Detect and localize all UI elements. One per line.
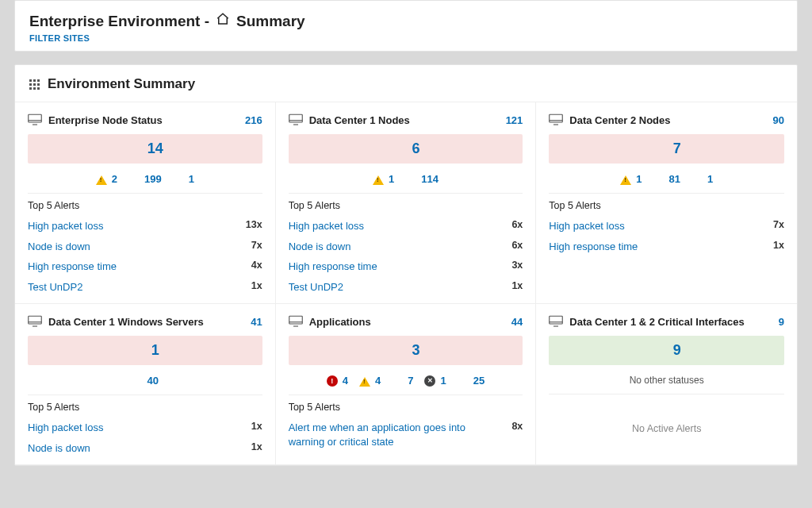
oct-icon [653,142,667,156]
alert-name[interactable]: Node is down [28,240,90,254]
alert-name[interactable]: High response time [28,260,117,274]
status-count: 199 [144,173,162,185]
alerts-title: Top 5 Alerts [549,200,784,211]
alert-name[interactable]: High response time [549,240,638,254]
alert-count: 6x [511,240,523,251]
status-row: 40 [28,371,262,395]
status-pair[interactable]: 7 [392,375,413,387]
page-header: Enterprise Environment - Summary FILTER … [14,0,798,52]
status-count: 1 [636,173,642,185]
filter-sites-link[interactable]: FILTER SITES [29,33,783,43]
status-pair[interactable]: 25 [458,375,485,387]
alert-name[interactable]: High response time [289,260,377,274]
alert-count: 1x [251,421,262,432]
monitor-icon [549,315,563,328]
primary-status[interactable]: 7 [549,134,784,164]
alert-count: 7x [251,240,262,251]
drag-handle-icon[interactable] [29,79,40,90]
alert-count: 1x [251,280,262,291]
alerts-title: Top 5 Alerts [28,402,262,413]
status-row: No other statuses [549,371,784,394]
monitor-icon [28,315,42,328]
status-pair[interactable]: 114 [405,173,439,185]
tile-title: Data Center 2 Nodes [569,114,670,126]
status-pair[interactable]: 1 [620,173,642,185]
tile-total[interactable]: 44 [511,316,523,328]
primary-status[interactable]: 1 [28,336,262,365]
alert-row: Alert me when an application goes into w… [289,418,523,452]
tile: Data Center 1 Windows Servers41140Top 5 … [15,304,276,465]
alert-row: Test UnDP21x [289,277,523,298]
status-pair[interactable]: 199 [128,173,162,185]
status-pair[interactable]: 1 [691,173,713,185]
alert-name[interactable]: High packet loss [289,219,364,233]
alert-count: 3x [511,260,523,271]
alert-count: 1x [511,280,523,291]
primary-status[interactable]: 3 [289,336,523,365]
alert-name[interactable]: Test UnDP2 [289,280,343,294]
circ-red-icon [327,375,338,387]
page-title-a: Enterprise Environment - [29,13,209,30]
status-count: 1 [440,375,446,387]
alert-row: High response time1x [549,237,784,257]
status-pair[interactable]: 4 [359,375,381,387]
alert-count: 6x [511,219,523,230]
tile-total[interactable]: 90 [773,114,784,126]
circ-grey-icon [392,375,403,387]
tile-total[interactable]: 9 [779,316,784,328]
status-pair[interactable]: 81 [653,173,680,185]
status-row: 1811 [549,170,784,194]
svg-rect-15 [550,316,563,324]
status-pair[interactable]: 2 [96,173,117,185]
alert-row: High packet loss6x [289,216,523,237]
alert-name[interactable]: Alert me when an application goes into w… [289,421,490,448]
oct-icon [391,344,405,358]
tile: Applications443447125Top 5 AlertsAlert m… [276,304,537,465]
no-active-alerts: No Active Alerts [549,401,784,456]
status-pair[interactable]: 1 [173,173,194,185]
svg-rect-0 [29,114,42,122]
alert-name[interactable]: Node is down [28,441,90,456]
status-count: 4 [343,375,348,387]
circ-dark-icon [424,375,435,387]
alert-row: High packet loss13x [28,216,262,237]
circ-g-icon [128,174,140,185]
section-title: Environment Summary [48,76,195,92]
primary-status-count: 7 [673,140,681,157]
status-count: 1 [707,173,713,185]
svg-rect-6 [550,114,563,122]
monitor-icon [289,114,303,126]
status-pair[interactable]: 4 [327,375,348,387]
oct-icon [131,344,145,358]
oct-icon [391,142,405,156]
tile-title: Data Center 1 Nodes [309,114,410,126]
circ-y-icon [691,174,703,185]
alert-row: High packet loss1x [28,418,262,438]
circ-g-icon [405,174,416,185]
alert-name[interactable]: High packet loss [28,421,103,435]
alerts-title: Top 5 Alerts [289,200,523,211]
tile-total[interactable]: 216 [245,114,262,126]
primary-status[interactable]: 9 [549,336,784,365]
status-count: 25 [473,375,485,387]
circ-g-icon [653,174,664,185]
alert-row: High response time3x [289,256,523,277]
tile-title: Data Center 1 Windows Servers [48,316,204,328]
alert-name[interactable]: Node is down [289,240,351,254]
alert-name[interactable]: High packet loss [549,219,624,233]
primary-status[interactable]: 6 [289,134,523,164]
primary-status[interactable]: 14 [28,134,262,164]
primary-status-count: 6 [412,140,419,157]
alert-count: 4x [251,260,262,271]
status-pair[interactable]: 1 [424,375,446,387]
oct-icon [127,142,141,156]
tile-total[interactable]: 121 [506,114,523,126]
alert-name[interactable]: High packet loss [28,219,103,233]
tri-icon [373,174,384,185]
page-title-b: Summary [236,13,305,30]
status-pair[interactable]: 1 [373,173,394,185]
alert-name[interactable]: Test UnDP2 [28,280,82,294]
tile-total[interactable]: 41 [251,316,262,328]
status-pair[interactable]: 40 [132,375,159,387]
tile: Data Center 2 Nodes9071811Top 5 AlertsHi… [536,102,797,304]
